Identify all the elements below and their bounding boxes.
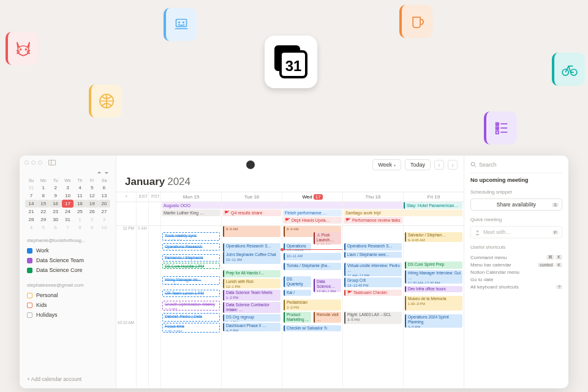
- calendar-toggle[interactable]: Data Science Core: [24, 265, 111, 275]
- day-column[interactable]: 8–9 AM⚠ Post-Launch…9–10 AMOperations Al…: [282, 226, 342, 388]
- mini-date[interactable]: 2: [86, 216, 98, 224]
- mini-date[interactable]: 7: [25, 192, 37, 200]
- mini-date[interactable]: 24: [62, 208, 74, 216]
- mini-date[interactable]: 4: [74, 184, 86, 192]
- mini-date[interactable]: 8: [37, 192, 50, 200]
- mini-date[interactable]: 28: [25, 216, 37, 224]
- day-column[interactable]: Salvador / Stephan…9–9:45 AMDS Core Spri…: [403, 226, 464, 388]
- calendar-event[interactable]: Hiring Manager int…12–1 PM: [162, 276, 220, 285]
- mini-date[interactable]: 27: [98, 208, 110, 216]
- calendar-toggle[interactable]: Holidays: [24, 310, 111, 320]
- allday-event[interactable]: Martin Luther King …: [162, 209, 221, 216]
- mini-date[interactable]: 10: [98, 224, 110, 232]
- calendar-event[interactable]: Data Science Team Meets1–2 PM: [223, 290, 281, 301]
- day-column[interactable]: Tools weekly sync9–9:45 AMOperations Res…: [160, 226, 221, 388]
- mini-date[interactable]: 10: [62, 192, 74, 200]
- mini-date[interactable]: 16: [50, 200, 62, 208]
- calendar-event[interactable]: DS Core Sprint Prep: [405, 262, 462, 269]
- shortcut-row[interactable]: Command menu⌘K: [470, 254, 562, 261]
- mini-date[interactable]: 9: [86, 224, 98, 232]
- mini-date[interactable]: 31: [62, 216, 74, 224]
- mini-date[interactable]: 12: [86, 192, 98, 200]
- mini-date[interactable]: 8: [74, 224, 86, 232]
- mini-prev-icon[interactable]: [96, 170, 102, 176]
- calendar-event[interactable]: Liam / Stephanie wee…: [344, 252, 402, 258]
- add-account-button[interactable]: + Add calendar account: [20, 370, 116, 388]
- meet-with-input[interactable]: Meet with…F: [470, 226, 562, 238]
- calendar-event[interactable]: OR Team Lunch 1 PM: [162, 290, 220, 297]
- calendar-event[interactable]: Debrief: Pedro | Data: [162, 313, 220, 322]
- calendar-toggle[interactable]: Personal: [24, 290, 111, 300]
- calendar-event[interactable]: Checkin w/ Salvador ↻: [284, 325, 341, 331]
- mini-date[interactable]: 30: [50, 216, 62, 224]
- mini-date[interactable]: 18: [74, 200, 86, 208]
- mini-date[interactable]: 1: [37, 184, 50, 192]
- mini-date[interactable]: 9: [50, 192, 62, 200]
- calendar-event[interactable]: ⚠ Post-Launch…9–10 AM: [314, 232, 341, 244]
- calendar-event[interactable]: DS Quarterly Outreach12–1 PM: [284, 276, 311, 287]
- calendar-toggle[interactable]: Data Science Team: [24, 255, 111, 265]
- today-button[interactable]: Today: [405, 159, 431, 170]
- calendar-event[interactable]: Dashboard Phase II …4–5 PM: [223, 323, 281, 331]
- search-input[interactable]: Search: [470, 159, 562, 173]
- calendar-event[interactable]: DS Core Huddle 1 PM: [162, 263, 220, 269]
- shortcut-row[interactable]: Go to date: [470, 276, 562, 283]
- mini-date[interactable]: 29: [37, 216, 50, 224]
- mini-next-icon[interactable]: [104, 170, 110, 176]
- calendar-event[interactable]: Operations 2024 Sprint Planning3–5 PM: [405, 314, 462, 328]
- allday-event[interactable]: Finish performance …: [283, 209, 342, 216]
- add-tz-button[interactable]: +: [116, 192, 136, 202]
- avatar[interactable]: [246, 160, 255, 169]
- shortcut-row[interactable]: Notion Calendar menu: [470, 268, 562, 276]
- traffic-max[interactable]: [38, 160, 42, 165]
- calendar-event[interactable]: 8–9 AM: [223, 226, 281, 237]
- calendar-event[interactable]: Fernando / Stephanie: [162, 254, 220, 262]
- mini-date[interactable]: 11: [74, 192, 86, 200]
- traffic-close[interactable]: [24, 160, 29, 165]
- calendar-event[interactable]: Product Marketing …3:30–4:30 PM: [284, 312, 311, 323]
- calendar-event[interactable]: Growth Optimization Weekly2–3 PM: [162, 301, 220, 311]
- mini-date[interactable]: 23: [50, 208, 62, 216]
- calendar-toggle[interactable]: Kids: [24, 300, 111, 310]
- calendar-event[interactable]: Pediatrician2–3 PM: [284, 300, 341, 311]
- mini-date[interactable]: 2: [50, 184, 62, 192]
- mini-date[interactable]: 6: [50, 224, 62, 232]
- prev-week-button[interactable]: ‹: [434, 160, 444, 170]
- allday-event[interactable]: 🚩 Q4 results share: [222, 209, 281, 216]
- calendar-event[interactable]: Operations Research: [162, 243, 220, 251]
- mini-date[interactable]: 21: [25, 208, 37, 216]
- calendar-event[interactable]: Kai / Steph…: [284, 290, 311, 296]
- calendar-event[interactable]: Museo de la Memoria1:30–3 PM: [405, 296, 462, 311]
- calendar-event[interactable]: Flight: LA603 LAX→SCL3–5 PM: [344, 312, 402, 324]
- event-grid[interactable]: 12 PM10:10 AM4 PM9 AMTools weekly sync9–…: [116, 226, 464, 388]
- calendar-event[interactable]: Virtual onsite interview: Pedro …11 AM–1…: [344, 263, 402, 276]
- calendar-event[interactable]: DS Org regroup3–4 PM: [223, 314, 281, 322]
- view-selector[interactable]: Week▾: [372, 159, 401, 170]
- toggle-sidebar-icon[interactable]: [48, 160, 56, 165]
- mini-date[interactable]: 20: [98, 200, 110, 208]
- mini-date[interactable]: 31: [25, 184, 37, 192]
- day-column[interactable]: Operations Research S…Liam / Stephanie w…: [342, 226, 403, 388]
- mini-date[interactable]: 5: [86, 184, 98, 192]
- mini-date[interactable]: 22: [37, 208, 50, 216]
- calendar-event[interactable]: 🚩 Taskboard Checkin: [344, 290, 402, 296]
- mini-date[interactable]: 13: [98, 192, 110, 200]
- mini-date[interactable]: 25: [74, 208, 86, 216]
- mini-date[interactable]: 15: [37, 200, 50, 208]
- calendar-event[interactable]: John:Stephanie Coffee Chat10–11 AM: [223, 252, 281, 264]
- mini-date[interactable]: 14: [25, 200, 37, 208]
- mini-date[interactable]: 17: [62, 200, 74, 208]
- calendar-event[interactable]: Operations Research S…: [344, 243, 402, 251]
- mini-date[interactable]: 3: [98, 216, 110, 224]
- mini-date[interactable]: 6: [98, 184, 110, 192]
- next-week-button[interactable]: ›: [448, 160, 458, 170]
- mini-date[interactable]: 4: [25, 224, 37, 232]
- calendar-toggle[interactable]: Work: [24, 246, 111, 255]
- allday-event[interactable]: 🚩 Performance review talks: [344, 217, 402, 224]
- calendar-event[interactable]: Data Science Contractor Intake: …2–3 PM: [223, 302, 281, 313]
- calendar-event[interactable]: Salvador / Stephan…9–9:45 AM: [405, 232, 462, 242]
- calendar-event[interactable]: Group Crit12–12:45 PM: [344, 277, 402, 287]
- calendar-event[interactable]: Prep for All Hands t…: [223, 270, 281, 277]
- allday-event[interactable]: 🚩 Dept Heads Upda…: [283, 217, 342, 224]
- calendar-event[interactable]: Focus time3:30–5 PM: [162, 323, 220, 333]
